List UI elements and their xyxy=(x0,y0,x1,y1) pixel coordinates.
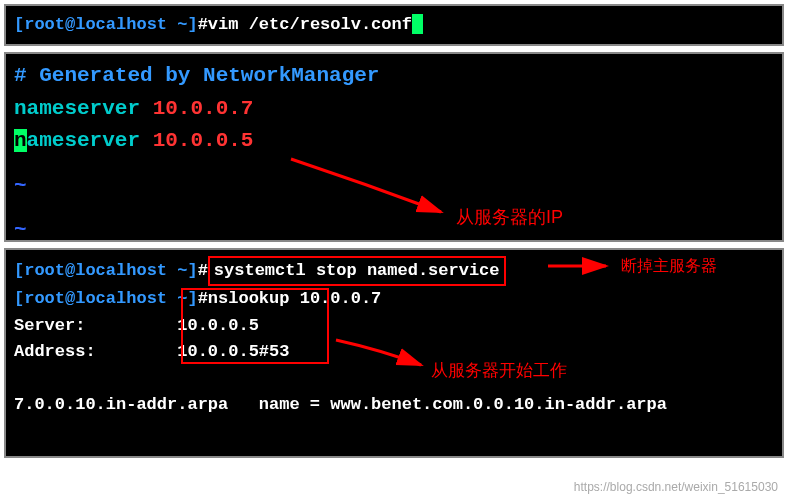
comment-line: # Generated by NetworkManager xyxy=(14,60,774,93)
result-left: 7.0.0.10.in-addr.arpa xyxy=(14,395,228,414)
ns2-rest: ameserver xyxy=(27,129,140,152)
cmd-line-2: [root@localhost ~]#nslookup 10.0.0.7 xyxy=(14,286,774,312)
annotation-slave-working: 从服务器开始工作 xyxy=(431,358,567,384)
prompt-host: localhost xyxy=(75,261,167,280)
result-mid: name = xyxy=(259,395,330,414)
nameserver-line-2: nameserver 10.0.0.5 xyxy=(14,125,774,158)
prompt-at: @ xyxy=(65,15,75,34)
prompt-at: @ xyxy=(65,261,75,280)
prompt-open: [ xyxy=(14,261,24,280)
prompt-hash: # xyxy=(198,15,208,34)
prompt-open: [ xyxy=(14,15,24,34)
prompt-user: root xyxy=(24,261,65,280)
terminal-block-2: # Generated by NetworkManager nameserver… xyxy=(4,52,784,242)
arrow-icon-1 xyxy=(286,154,456,233)
server-label: Server: xyxy=(14,316,85,335)
prompt-close: ] xyxy=(187,261,197,280)
ns1-ip: 10.0.0.7 xyxy=(153,97,254,120)
prompt-line-1: [root@localhost ~]#vim /etc/resolv.conf xyxy=(14,15,423,34)
prompt-close: ] xyxy=(187,15,197,34)
command-text[interactable]: vim /etc/resolv.conf xyxy=(208,15,412,34)
annotation-stop-master: 断掉主服务器 xyxy=(621,254,717,279)
prompt-space xyxy=(167,15,177,34)
highlight-box-server xyxy=(181,288,329,364)
prompt-space xyxy=(167,261,177,280)
systemctl-command[interactable]: systemctl stop named.service xyxy=(208,256,506,286)
watermark-text: https://blog.csdn.net/weixin_51615030 xyxy=(574,480,778,494)
nameserver-line-1: nameserver 10.0.0.7 xyxy=(14,93,774,126)
terminal-block-3: [root@localhost ~]#systemctl stop named.… xyxy=(4,248,784,458)
prompt-path: ~ xyxy=(177,261,187,280)
ns1-key: nameserver xyxy=(14,97,140,120)
ns2-ip: 10.0.0.5 xyxy=(153,129,254,152)
annotation-slave-ip: 从服务器的IP xyxy=(456,204,563,232)
prompt-host: localhost xyxy=(75,289,167,308)
result-right: www.benet.com.0.0.10.in-addr.arpa xyxy=(330,395,667,414)
prompt-space xyxy=(167,289,177,308)
prompt-host: localhost xyxy=(75,15,167,34)
prompt-user: root xyxy=(24,289,65,308)
cursor-icon xyxy=(412,14,423,34)
arrow-icon-2 xyxy=(546,256,616,285)
prompt-at: @ xyxy=(65,289,75,308)
prompt-path: ~ xyxy=(177,15,187,34)
arrow-icon-3 xyxy=(331,335,431,384)
prompt-hash: # xyxy=(198,261,208,280)
cursor-char: n xyxy=(14,129,27,152)
prompt-open: [ xyxy=(14,289,24,308)
address-label: Address: xyxy=(14,342,96,361)
result-line: 7.0.0.10.in-addr.arpa name = www.benet.c… xyxy=(14,392,774,418)
terminal-block-1: [root@localhost ~]#vim /etc/resolv.conf xyxy=(4,4,784,46)
prompt-user: root xyxy=(24,15,65,34)
